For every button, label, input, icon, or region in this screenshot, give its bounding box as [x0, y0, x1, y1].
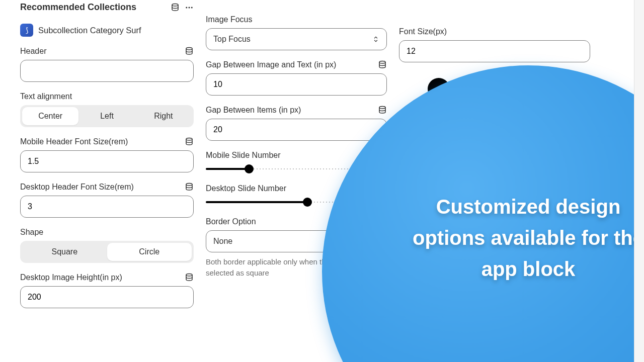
font-size-input[interactable] [399, 40, 590, 62]
updown-icon [372, 35, 379, 44]
gap-image-text-label: Gap Between Image and Text (in px) [206, 60, 336, 69]
align-center-button[interactable]: Center [22, 107, 78, 125]
border-option-value: None [213, 237, 232, 246]
font-size-label: Font Size(px) [399, 27, 590, 36]
database-icon[interactable] [171, 3, 180, 12]
mobile-header-font-input[interactable] [20, 150, 194, 172]
desktop-header-font-label: Desktop Header Font Size(rem) [20, 183, 134, 192]
subcollection-row[interactable]: ⟆ Subcollection Category Surf [20, 24, 194, 37]
text-alignment-segmented: Center Left Right [20, 105, 194, 127]
svg-point-7 [186, 274, 192, 277]
header-field-label: Header [20, 47, 46, 56]
gap-items-input[interactable] [206, 119, 387, 141]
text-alignment-label: Text alignment [20, 92, 194, 101]
gap-items-label: Gap Between Items (in px) [206, 106, 301, 115]
desktop-image-height-label: Desktop Image Height(in px) [20, 273, 122, 282]
shape-square-button[interactable]: Square [22, 243, 107, 261]
subcollection-label: Subcollection Category Surf [38, 26, 141, 35]
database-icon[interactable] [378, 106, 387, 115]
svg-point-6 [186, 184, 192, 186]
image-focus-value: Top Focus [213, 35, 251, 44]
app-icon: ⟆ [20, 24, 33, 37]
svg-point-0 [172, 4, 178, 6]
gap-image-text-input[interactable] [206, 73, 387, 96]
header-input[interactable] [20, 60, 194, 82]
database-icon[interactable] [185, 273, 194, 282]
promo-text: Customized design options available for … [397, 191, 644, 285]
mobile-header-font-label: Mobile Header Font Size(rem) [20, 137, 128, 146]
panel-title-row: Recommended Collections [20, 2, 194, 13]
shape-circle-button[interactable]: Circle [107, 243, 192, 261]
svg-point-3 [191, 7, 193, 8]
database-icon[interactable] [185, 183, 194, 192]
panel-title: Recommended Collections [20, 2, 136, 13]
svg-point-4 [186, 48, 192, 50]
scrollbar-track[interactable] [634, 0, 644, 362]
desktop-header-font-input[interactable] [20, 196, 194, 218]
database-icon[interactable] [185, 137, 194, 146]
svg-point-5 [186, 138, 192, 141]
svg-point-8 [379, 61, 385, 64]
image-focus-select[interactable]: Top Focus [206, 28, 387, 50]
shape-label: Shape [20, 228, 194, 237]
svg-point-9 [379, 107, 385, 109]
database-icon[interactable] [378, 60, 387, 69]
desktop-image-height-input[interactable] [20, 286, 194, 308]
svg-point-2 [189, 7, 190, 8]
align-right-button[interactable]: Right [135, 107, 192, 125]
shape-segmented: Square Circle [20, 241, 194, 263]
image-focus-label: Image Focus [206, 15, 387, 24]
svg-point-1 [186, 7, 187, 8]
align-left-button[interactable]: Left [78, 107, 135, 125]
more-icon[interactable] [185, 3, 194, 12]
database-icon[interactable] [185, 47, 194, 56]
